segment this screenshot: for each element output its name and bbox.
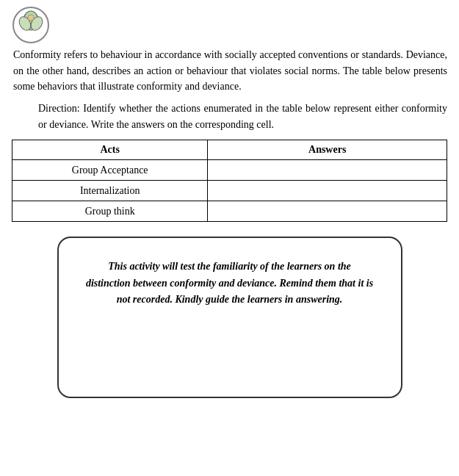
col-header-acts: Acts: [12, 140, 208, 160]
activity-text: This activity will test the familiarity …: [85, 259, 375, 308]
act-cell: Internalization: [12, 181, 208, 201]
answer-cell: [208, 160, 447, 181]
logo-icon: [12, 6, 50, 44]
direction-paragraph: Direction: Identify whether the actions …: [12, 101, 447, 132]
activity-box: This activity will test the familiarity …: [57, 237, 402, 398]
svg-point-4: [28, 15, 34, 21]
table-row: Group Acceptance: [12, 160, 447, 181]
header-area: [12, 6, 447, 44]
table-row: Group think: [12, 201, 447, 222]
intro-paragraph: Conformity refers to behaviour in accord…: [12, 47, 447, 95]
answer-cell: [208, 201, 447, 222]
answer-cell: [208, 181, 447, 201]
act-cell: Group Acceptance: [12, 160, 208, 181]
conformity-table: Acts Answers Group Acceptance Internaliz…: [12, 140, 447, 222]
table-row: Internalization: [12, 181, 447, 201]
col-header-answers: Answers: [208, 140, 447, 160]
act-cell: Group think: [12, 201, 208, 222]
